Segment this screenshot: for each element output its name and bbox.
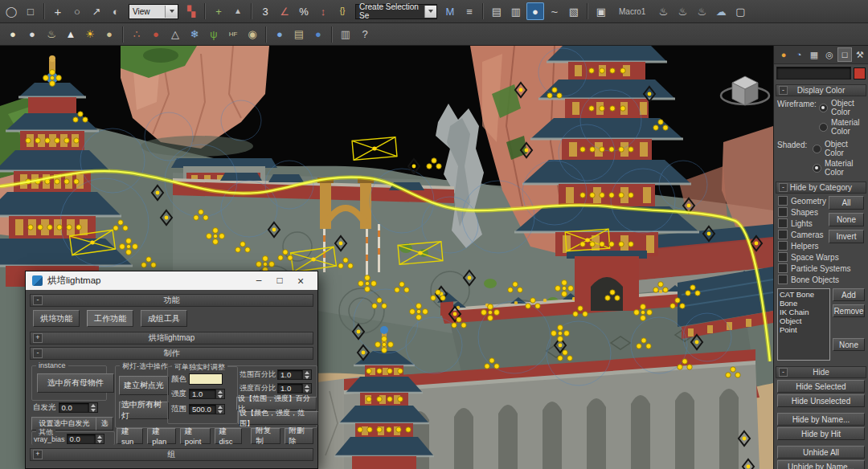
rotate-icon[interactable]: ○: [68, 2, 86, 20]
list-item[interactable]: Point: [780, 325, 828, 334]
object-color-swatch[interactable]: [854, 67, 866, 80]
list-none-button[interactable]: None: [833, 338, 865, 351]
wireframe-object-color[interactable]: Object Color: [817, 98, 865, 117]
named-selection-sets-icon[interactable]: {}: [334, 2, 351, 20]
tab-modify[interactable]: ◔: [792, 47, 806, 62]
export-utility-icon[interactable]: ▤: [290, 26, 308, 43]
sphere-dotted-icon[interactable]: ◉: [244, 26, 261, 43]
schematic-view-icon[interactable]: ▧: [565, 2, 583, 20]
tab-utilities[interactable]: ⚒: [853, 47, 867, 62]
shaded-object-color[interactable]: Object Color: [810, 139, 865, 158]
range-spinner[interactable]: 500.0: [189, 404, 225, 414]
notes-icon[interactable]: ▥: [337, 26, 354, 43]
sphere-blue-icon[interactable]: ●: [271, 26, 289, 43]
material-editor-icon[interactable]: ●: [526, 2, 544, 20]
camera-gizmo-icon[interactable]: △: [166, 26, 184, 43]
percent-snap-icon[interactable]: %: [295, 2, 313, 20]
dialog-titlebar[interactable]: 烘培lightmap – □ ×: [26, 271, 317, 290]
spray-particles-icon[interactable]: ∴: [128, 26, 145, 43]
close-button[interactable]: ×: [290, 275, 311, 288]
category-all-button[interactable]: All: [829, 196, 864, 210]
range-pct-spinner[interactable]: 1.0: [277, 369, 312, 380]
foliage-icon[interactable]: ψ: [205, 26, 223, 43]
render-production-icon[interactable]: ♨: [693, 2, 710, 20]
unhide-by-name-button[interactable]: Unhide by Name...: [777, 460, 865, 469]
bird-hf-icon[interactable]: HF: [224, 26, 242, 43]
selfillum-spinner[interactable]: 0.0: [59, 402, 98, 413]
spinner-arrows-icon[interactable]: [303, 369, 312, 380]
list-item[interactable]: CAT Bone: [780, 290, 828, 299]
cone-icon[interactable]: ▲: [62, 26, 80, 43]
hide-unselected-button[interactable]: Hide Unselected: [777, 394, 865, 407]
hide-selected-button[interactable]: Hide Selected: [777, 380, 865, 393]
named-selection-set-dropdown[interactable]: Create Selection Se: [355, 4, 437, 19]
mirror-icon[interactable]: M: [441, 2, 459, 20]
layer-manager-icon[interactable]: ▤: [488, 2, 506, 20]
rollout-make-header[interactable]: - 制作: [30, 347, 313, 360]
sphere-select-icon[interactable]: ●: [309, 26, 327, 43]
sphere-icon[interactable]: ●: [23, 26, 41, 43]
select-region-icon[interactable]: □: [22, 2, 39, 20]
tab-create[interactable]: ●: [776, 47, 791, 62]
list-add-button[interactable]: Add: [833, 288, 865, 301]
attach-delete-button[interactable]: 附删除: [285, 428, 313, 444]
align-icon[interactable]: ≡: [461, 2, 478, 20]
scale-icon[interactable]: ↗: [88, 2, 105, 20]
group-tool-button[interactable]: 成组工具: [141, 310, 187, 327]
unhide-all-button[interactable]: Unhide All: [777, 446, 865, 459]
geosphere-icon[interactable]: ●: [4, 26, 22, 43]
work-function-button[interactable]: 工作功能: [87, 310, 133, 327]
category-invert-button[interactable]: Invert: [829, 230, 864, 243]
tab-display[interactable]: □: [837, 47, 852, 62]
rollout-bake-header[interactable]: + 烘培lightmap: [30, 332, 313, 345]
intensity-pct-spinner[interactable]: 1.0: [277, 383, 312, 394]
keyboard-override-icon[interactable]: ▲: [229, 2, 247, 20]
rollout-function-header[interactable]: - 功能: [30, 294, 313, 307]
maximize-button[interactable]: □: [269, 275, 290, 288]
rollout-hide-by-category-header[interactable]: - Hide by Category: [776, 181, 866, 194]
set-color-intensity-range-button[interactable]: 设【颜色，强度，范围】: [238, 411, 318, 425]
list-remove-button[interactable]: Remove: [833, 304, 865, 317]
rendered-frame-icon[interactable]: ▢: [731, 2, 749, 20]
teapot-icon[interactable]: ♨: [43, 26, 60, 43]
list-item[interactable]: Bone: [780, 299, 828, 308]
wireframe-material-color[interactable]: Material Color: [817, 117, 865, 137]
rollout-display-color-header[interactable]: - Display Color: [776, 84, 866, 96]
create-plan-button[interactable]: 建plan: [147, 428, 176, 444]
scene-explorer-icon[interactable]: ▥: [507, 2, 525, 20]
bake-function-button[interactable]: 烘培功能: [33, 310, 80, 327]
spinner-arrows-icon[interactable]: [216, 389, 225, 399]
list-item[interactable]: IK Chain Object: [780, 308, 828, 325]
vray-bias-spinner[interactable]: 0.0: [67, 434, 104, 444]
sun-icon[interactable]: ☀: [81, 26, 99, 43]
pick-button[interactable]: 选: [96, 417, 113, 430]
shaded-material-color[interactable]: Material Color: [810, 158, 865, 177]
category-space-warps[interactable]: Space Warps: [776, 251, 866, 263]
activeshade-cloud-icon[interactable]: ☁: [712, 2, 730, 20]
curve-editor-icon[interactable]: ~: [546, 2, 563, 20]
rollout-group-header[interactable]: + 组: [30, 448, 313, 461]
create-tree-point-light-button[interactable]: 建立树点光: [119, 376, 169, 395]
angle-snap-icon[interactable]: ∠: [276, 2, 293, 20]
sphere-tan-icon[interactable]: ●: [100, 26, 118, 43]
tab-hierarchy[interactable]: ▦: [807, 47, 821, 62]
attach-copy-button[interactable]: 附复制: [251, 428, 280, 444]
spinner-arrows-icon[interactable]: [303, 383, 312, 394]
category-none-button[interactable]: None: [829, 213, 864, 226]
reference-coordinate-dropdown[interactable]: View: [129, 4, 178, 19]
create-sun-button[interactable]: 建sun: [117, 428, 143, 444]
use-pivot-center-icon[interactable]: ▚: [182, 2, 200, 20]
create-point-button[interactable]: 建point: [180, 428, 211, 444]
minimize-button[interactable]: –: [248, 275, 269, 288]
select-all-parents-button[interactable]: 选中所有母物件: [37, 373, 114, 393]
select-object-icon[interactable]: ◯: [2, 2, 20, 20]
move-icon[interactable]: +: [49, 2, 67, 20]
hide-by-name-button[interactable]: Hide by Name...: [777, 413, 865, 426]
help-icon[interactable]: ?: [356, 26, 374, 43]
snap-3d-icon[interactable]: 3: [256, 2, 274, 20]
tab-motion[interactable]: ◎: [822, 47, 837, 62]
intensity-spinner[interactable]: 1.0: [189, 389, 225, 399]
spinner-arrows-icon[interactable]: [96, 434, 104, 444]
render-setup-icon[interactable]: ▣: [592, 2, 610, 20]
render-import-icon[interactable]: ♨: [654, 2, 672, 20]
